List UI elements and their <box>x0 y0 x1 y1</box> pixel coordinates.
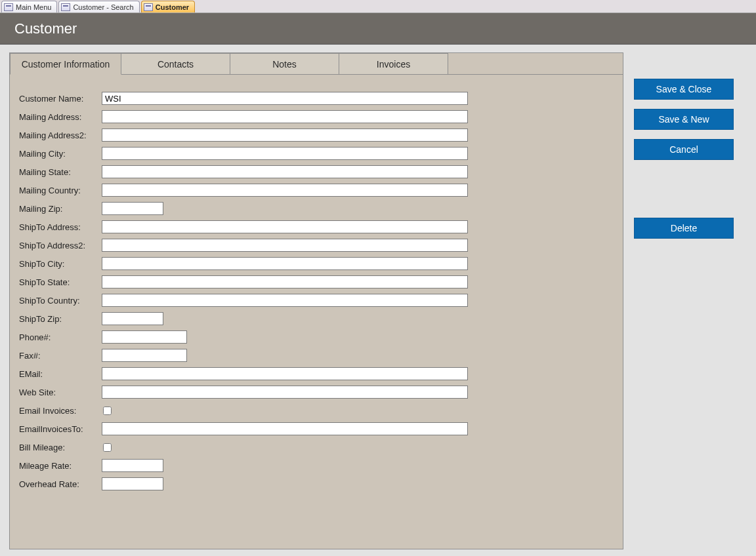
form-icon <box>144 3 153 11</box>
input-mailing-state[interactable] <box>102 165 468 178</box>
input-mailing-country[interactable] <box>102 184 468 197</box>
label-bill-mileage: Bill Mileage: <box>19 443 102 452</box>
label-mailing-city: Mailing City: <box>19 149 102 159</box>
checkbox-email-invoices[interactable] <box>103 407 112 415</box>
label-mailing-state: Mailing State: <box>19 167 102 177</box>
input-shipto-city[interactable] <box>102 257 468 270</box>
input-mailing-address[interactable] <box>102 110 468 123</box>
input-mileage-rate[interactable] <box>102 459 163 472</box>
input-overhead-rate[interactable] <box>102 477 163 490</box>
customer-form-panel: Customer Information Contacts Notes Invo… <box>9 52 623 549</box>
page-title: Customer <box>14 20 77 37</box>
input-shipto-state[interactable] <box>102 275 468 288</box>
input-customer-name[interactable] <box>102 92 468 105</box>
input-fax[interactable] <box>102 349 187 362</box>
label-mailing-address2: Mailing Address2: <box>19 130 102 140</box>
input-shipto-country[interactable] <box>102 294 468 307</box>
input-shipto-address[interactable] <box>102 220 468 233</box>
input-mailing-address2[interactable] <box>102 129 468 142</box>
label-email-invoices-to: EmailInvoicesTo: <box>19 424 102 434</box>
tab-label: Customer <box>156 3 189 11</box>
action-column: Save & Close Save & New Cancel Delete <box>634 52 734 549</box>
save-close-button[interactable]: Save & Close <box>634 79 734 100</box>
tab-customer-search[interactable]: Customer - Search <box>58 1 139 12</box>
label-shipto-country: ShipTo Country: <box>19 296 102 306</box>
label-shipto-address: ShipTo Address: <box>19 222 102 232</box>
label-shipto-zip: ShipTo Zip: <box>19 314 102 324</box>
input-email[interactable] <box>102 367 468 380</box>
label-website: Web Site: <box>19 387 102 397</box>
input-phone[interactable] <box>102 330 187 344</box>
tab-notes[interactable]: Notes <box>230 53 339 75</box>
label-customer-name: Customer Name: <box>19 94 102 104</box>
label-email-invoices: Email Invoices: <box>19 406 102 416</box>
input-email-invoices-to[interactable] <box>102 422 468 435</box>
form-icon <box>4 3 13 11</box>
cancel-button[interactable]: Cancel <box>634 139 734 160</box>
tab-label: Customer - Search <box>73 3 133 11</box>
label-mailing-country: Mailing Country: <box>19 186 102 195</box>
label-mileage-rate: Mileage Rate: <box>19 461 102 471</box>
label-phone: Phone#: <box>19 332 102 342</box>
document-tabs: Main Menu Customer - Search Customer <box>0 0 756 13</box>
tab-customer-information[interactable]: Customer Information <box>10 53 121 75</box>
label-mailing-address: Mailing Address: <box>19 112 102 122</box>
tab-label: Main Menu <box>16 3 51 11</box>
input-shipto-zip[interactable] <box>102 312 163 325</box>
input-mailing-city[interactable] <box>102 147 468 160</box>
label-shipto-city: ShipTo City: <box>19 259 102 269</box>
tab-customer[interactable]: Customer <box>141 1 195 12</box>
tab-invoices[interactable]: Invoices <box>339 53 448 75</box>
save-new-button[interactable]: Save & New <box>634 109 734 130</box>
label-mailing-zip: Mailing Zip: <box>19 204 102 214</box>
form-icon <box>61 3 70 11</box>
label-overhead-rate: Overhead Rate: <box>19 479 102 489</box>
label-shipto-address2: ShipTo Address2: <box>19 241 102 250</box>
input-mailing-zip[interactable] <box>102 202 163 215</box>
label-fax: Fax#: <box>19 351 102 361</box>
form-header: Customer <box>0 13 756 45</box>
checkbox-bill-mileage[interactable] <box>103 443 112 452</box>
label-email: EMail: <box>19 369 102 379</box>
input-shipto-address2[interactable] <box>102 239 468 252</box>
form-body: Customer Name: Mailing Address: Mailing … <box>10 75 623 549</box>
label-shipto-state: ShipTo State: <box>19 277 102 287</box>
tab-main-menu[interactable]: Main Menu <box>1 1 57 12</box>
tab-contacts[interactable]: Contacts <box>121 53 230 75</box>
input-website[interactable] <box>102 386 468 399</box>
delete-button[interactable]: Delete <box>634 218 734 239</box>
form-tabstrip: Customer Information Contacts Notes Invo… <box>10 53 623 75</box>
